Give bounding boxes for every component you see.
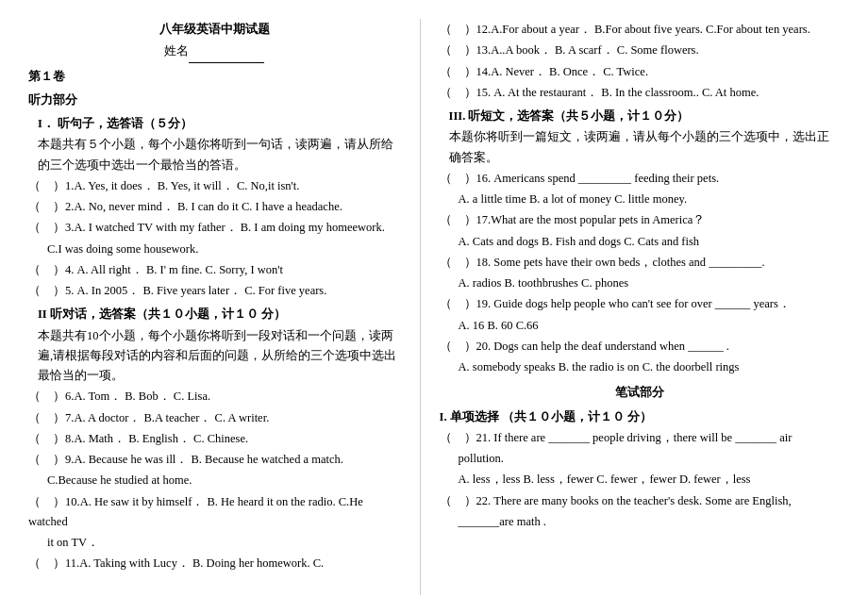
section1-label: 第１卷 xyxy=(28,67,401,87)
writing-label: 笔试部分 xyxy=(440,383,840,403)
name-label: 姓名 xyxy=(28,41,401,62)
part3-desc: 本题你将听到一篇短文，读两遍，请从每个小题的三个选项中，选出正确答案。 xyxy=(449,127,840,168)
question-16a: （ ）16. Americans spend _________ feeding… xyxy=(440,169,840,189)
question-21c: A. less，less B. less，fewer C. fewer，fewe… xyxy=(459,470,840,490)
part3-label: III. 听短文，选答案（共５小题，计１０分） xyxy=(449,107,840,126)
question-21a: （ ）21. If there are _______ people drivi… xyxy=(440,428,840,448)
part1-desc: 本题共有５个小题，每个小题你将听到一句话，读两遍，请从所给的三个选项中选出一个最… xyxy=(38,135,401,175)
question-6: （ ）6.A. Tom． B. Bob． C. Lisa. xyxy=(28,387,401,407)
question-5: （ ）5. A. In 2005． B. Five years later． C… xyxy=(28,281,401,301)
question-15: （ ）15. A. At the restaurant． B. In the c… xyxy=(440,83,840,103)
question-9a: （ ）9.A. Because he was ill． B. Because h… xyxy=(28,450,401,470)
question-11: （ ）11.A. Taking with Lucy． B. Doing her … xyxy=(28,554,401,573)
question-13: （ ）13.A..A book． B. A scarf． C. Some flo… xyxy=(440,41,840,60)
part2-label: II 听对话，选答案（共１０小题，计１０ 分） xyxy=(38,305,401,324)
question-10b: it on TV． xyxy=(47,533,401,553)
question-18b: A. radios B. toothbrushes C. phones xyxy=(459,274,840,293)
question-7: （ ）7.A. A doctor． B.A teacher． C. A writ… xyxy=(28,408,401,428)
question-9b: C.Because he studied at home. xyxy=(47,471,401,490)
question-3a: （ ）3.A. I watched TV with my father． B. … xyxy=(28,218,401,238)
question-21b: pollution. xyxy=(459,449,840,469)
question-22b: _______are math . xyxy=(459,512,840,532)
question-12: （ ）12.A.For about a year． B.For about fi… xyxy=(440,20,840,40)
question-14: （ ）14.A. Never． B. Once． C. Twice. xyxy=(440,62,840,82)
question-3b: C.I was doing some housework. xyxy=(47,240,401,259)
listening-label: 听力部分 xyxy=(28,91,401,110)
question-1: （ ）1.A. Yes, it does． B. Yes, it will． C… xyxy=(28,176,401,196)
exam-title: 八年级英语中期试题 xyxy=(28,20,401,40)
writing-part1-label: I. 单项选择 （共１０小题，计１０ 分） xyxy=(440,407,840,427)
question-20a: （ ）20. Dogs can help the deaf understand… xyxy=(440,337,840,357)
question-19a: （ ）19. Guide dogs help people who can't … xyxy=(440,294,840,314)
question-10a: （ ）10.A. He saw it by himself． B. He hea… xyxy=(28,492,401,533)
question-17b: A. Cats and dogs B. Fish and dogs C. Cat… xyxy=(459,232,840,252)
part2-desc: 本题共有10个小题，每个小题你将听到一段对话和一个问题，读两遍,请根据每段对话的… xyxy=(38,326,401,387)
question-16b: A. a little time B. a lot of money C. li… xyxy=(459,190,840,209)
left-column: 八年级英语中期试题 姓名 第１卷 听力部分 I． 听句子，选答语（５分） 本题共… xyxy=(28,19,421,595)
question-8: （ ）8.A. Math． B. English． C. Chinese. xyxy=(28,429,401,449)
question-4: （ ）4. A. All right． B. I' m fine. C. Sor… xyxy=(28,260,401,280)
question-18a: （ ）18. Some pets have their own beds，clo… xyxy=(440,253,840,273)
question-20b: A. somebody speaks B. the radio is on C.… xyxy=(459,357,840,377)
question-2: （ ）2.A. No, never mind． B. I can do it C… xyxy=(28,197,401,217)
right-column: （ ）12.A.For about a year． B.For about fi… xyxy=(421,19,840,595)
question-22a: （ ）22. There are many books on the teach… xyxy=(440,491,840,511)
part1-label: I． 听句子，选答语（５分） xyxy=(38,114,401,134)
question-17a: （ ）17.What are the most popular pets in … xyxy=(440,210,840,230)
question-19b: A. 16 B. 60 C.66 xyxy=(459,316,840,336)
